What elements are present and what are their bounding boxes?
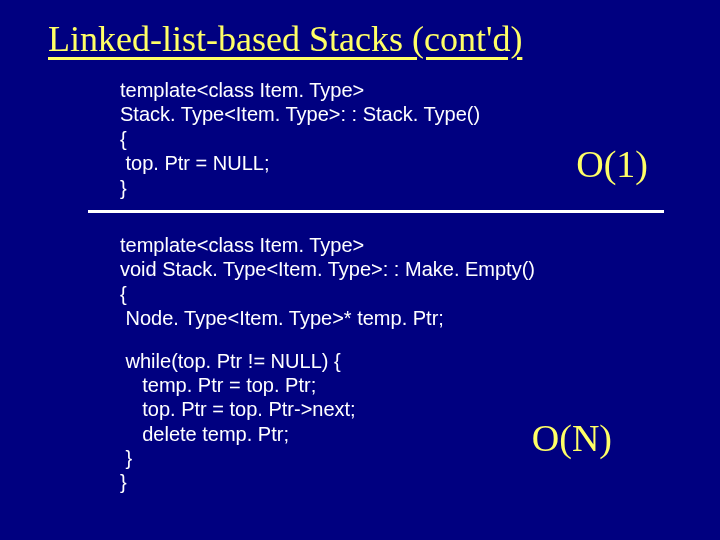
slide-title: Linked-list-based Stacks (cont'd) [0,0,720,68]
code-line: template<class Item. Type> [120,78,720,102]
code-line: Node. Type<Item. Type>* temp. Ptr; [120,306,720,330]
code-line: void Stack. Type<Item. Type>: : Make. Em… [120,257,720,281]
code-line: Stack. Type<Item. Type>: : Stack. Type() [120,102,720,126]
divider [88,210,664,213]
code-line: top. Ptr = top. Ptr->next; [120,397,720,421]
complexity-label-o1: O(1) [576,142,648,186]
code-line: } [120,470,720,494]
complexity-label-on: O(N) [532,416,612,460]
code-line: template<class Item. Type> [120,233,720,257]
code-block-2: template<class Item. Type> void Stack. T… [0,223,720,495]
code-line: temp. Ptr = top. Ptr; [120,373,720,397]
code-line: delete temp. Ptr; [120,422,720,446]
code-line: } [120,446,720,470]
code-line: while(top. Ptr != NULL) { [120,349,720,373]
code-line: { [120,282,720,306]
